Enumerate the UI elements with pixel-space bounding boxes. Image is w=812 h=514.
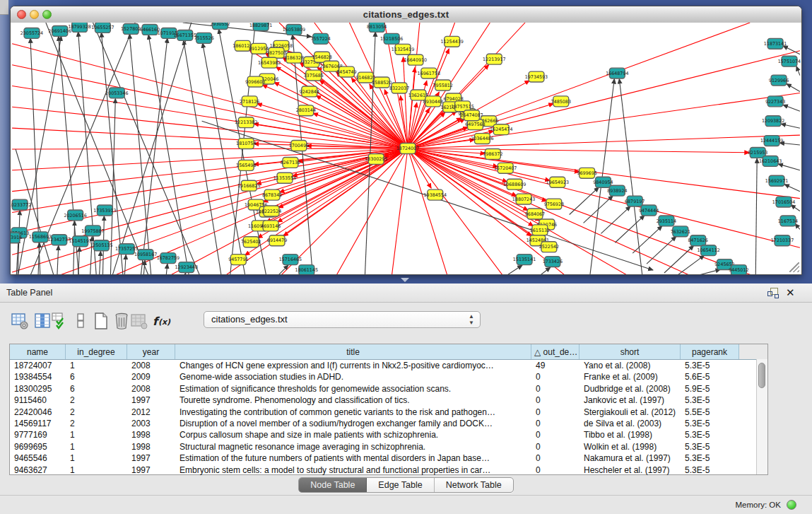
- graph-node[interactable]: 15692971: [765, 175, 788, 186]
- table-cell[interactable]: Estimation of the future numbers of pati…: [175, 452, 531, 464]
- graph-node[interactable]: 2522542: [539, 242, 559, 252]
- graph-node[interactable]: 7485083: [551, 96, 571, 107]
- graph-node[interactable]: 1167534: [778, 216, 798, 226]
- graph-node[interactable]: 12093822: [762, 116, 784, 127]
- table-cell[interactable]: 5.3E-5: [681, 429, 739, 440]
- table-cell[interactable]: Stergiakouli et al. (2012): [579, 407, 681, 418]
- graph-node[interactable]: 8678342: [262, 189, 282, 200]
- graph-node[interactable]: 15751074: [778, 56, 801, 66]
- delete-table-icon[interactable]: [130, 312, 148, 330]
- graph-node[interactable]: 18300295: [365, 153, 387, 164]
- graph-node[interactable]: 17210337: [771, 235, 794, 246]
- table-cell[interactable]: 1: [66, 441, 127, 452]
- table-cell[interactable]: Hescheler et al. (1997): [579, 465, 681, 476]
- table-cell[interactable]: Tourette syndrome. Phenomenology and cla…: [175, 395, 531, 406]
- panel-divider-grip[interactable]: [401, 278, 409, 282]
- table-cell[interactable]: Tibbo et al. (1998): [579, 429, 681, 440]
- table-columns-icon[interactable]: [33, 312, 52, 330]
- citation-network-graph[interactable]: 1872400723055724206914061879932810655257…: [11, 23, 801, 274]
- table-cell[interactable]: 14569117: [10, 418, 66, 429]
- table-cell[interactable]: 5.3E-5: [681, 395, 739, 406]
- tab-network-table[interactable]: Network Table: [435, 478, 513, 492]
- graph-node[interactable]: 7955812: [433, 80, 453, 90]
- graph-node[interactable]: 9227343: [765, 96, 785, 107]
- table-cell[interactable]: 1: [66, 429, 127, 440]
- scrollbar-thumb[interactable]: [758, 363, 765, 388]
- graph-node[interactable]: 19384554: [424, 189, 447, 200]
- table-cell[interactable]: 9463627: [10, 465, 66, 476]
- graph-node[interactable]: 7986372: [483, 148, 502, 159]
- graph-node[interactable]: 12213382: [235, 117, 257, 128]
- graph-node[interactable]: 15145191: [69, 236, 91, 247]
- table-cell[interactable]: 0: [531, 441, 579, 452]
- column-header-in_degree[interactable]: in_degree: [66, 344, 127, 359]
- graph-node[interactable]: 9699695: [577, 168, 596, 178]
- graph-node[interactable]: 11873141: [764, 38, 787, 49]
- table-cell[interactable]: 6: [66, 371, 127, 382]
- table-settings-icon[interactable]: [11, 312, 29, 330]
- resize-grip-icon[interactable]: [789, 262, 799, 272]
- table-cell[interactable]: 2: [66, 407, 127, 418]
- graph-node[interactable]: 15218506: [380, 33, 403, 44]
- table-cell[interactable]: 1: [66, 452, 127, 464]
- graph-node[interactable]: 10655257: [91, 23, 114, 33]
- table-cell[interactable]: 5.3E-5: [681, 465, 739, 476]
- table-cell[interactable]: 5.3E-5: [681, 452, 739, 464]
- graph-node[interactable]: 10958167: [134, 250, 157, 260]
- table-cell[interactable]: 22420046: [10, 407, 66, 418]
- graph-node[interactable]: 9684067: [525, 209, 545, 219]
- table-cell[interactable]: 19384554: [10, 371, 66, 382]
- graph-node[interactable]: 3375685: [304, 70, 324, 81]
- graph-node[interactable]: 8813054: [367, 23, 387, 32]
- graph-node[interactable]: 7557224: [311, 33, 331, 44]
- window-titlebar[interactable]: citations_edges.txt: [11, 6, 801, 23]
- table-cell[interactable]: Dudbridge et al. (2008): [579, 383, 681, 395]
- graph-node[interactable]: 8454749: [336, 66, 356, 77]
- graph-node[interactable]: 16210643: [759, 156, 782, 166]
- graph-node[interactable]: 9756928: [544, 199, 564, 209]
- graph-node[interactable]: 7625402: [241, 237, 261, 247]
- graph-node[interactable]: 16961758: [418, 68, 440, 78]
- table-row[interactable]: 977716911998Corpus callosum shape and si…: [10, 429, 767, 440]
- table-cell[interactable]: Jankovic et al. (1997): [579, 395, 681, 406]
- network-canvas[interactable]: 1872400723055724206914061879932810655257…: [11, 23, 801, 274]
- graph-node[interactable]: 16474087: [460, 110, 483, 121]
- graph-node[interactable]: 12923448: [175, 262, 198, 273]
- table-cell[interactable]: 9777169: [10, 429, 66, 440]
- column-header-pagerank[interactable]: pagerank: [681, 344, 739, 359]
- table-cell[interactable]: 0: [531, 383, 579, 395]
- graph-node[interactable]: 11254439: [440, 36, 463, 47]
- graph-node[interactable]: 12444159: [760, 136, 783, 146]
- table-cell[interactable]: 0: [531, 429, 579, 440]
- graph-node[interactable]: 1810754: [236, 139, 256, 149]
- graph-node[interactable]: 10233772: [11, 199, 31, 210]
- table-cell[interactable]: Embryonic stem cells: a model to study s…: [175, 465, 531, 476]
- table-cell[interactable]: 2008: [127, 360, 175, 371]
- graph-node[interactable]: 9474444: [639, 205, 659, 216]
- graph-node[interactable]: 20053346: [105, 88, 128, 98]
- graph-node[interactable]: 9096603: [245, 76, 265, 87]
- delete-trash-icon[interactable]: [112, 312, 131, 330]
- table-cell[interactable]: 1: [66, 360, 127, 371]
- graph-node[interactable]: 20364486: [471, 134, 493, 144]
- table-row[interactable]: 1872400712008Changes of HCN gene express…: [10, 360, 767, 371]
- table-cell[interactable]: 5.3E-5: [681, 418, 739, 429]
- function-fx-icon[interactable]: f (x): [151, 312, 175, 330]
- graph-node[interactable]: 9129966: [769, 75, 789, 86]
- table-cell[interactable]: Yano et al. (2008): [579, 360, 681, 371]
- table-cell[interactable]: 5.9E-5: [681, 383, 739, 395]
- table-row[interactable]: 969969511998Structural magnetic resonanc…: [10, 441, 767, 452]
- graph-node[interactable]: 2718126: [240, 96, 259, 107]
- graph-node[interactable]: 8322037: [389, 83, 409, 93]
- table-cell[interactable]: Changes of HCN gene expression and I(f) …: [175, 360, 531, 371]
- table-cell[interactable]: 0: [531, 371, 579, 382]
- graph-node[interactable]: 2803144: [296, 105, 316, 116]
- graph-node[interactable]: 18061145: [295, 265, 318, 274]
- graph-node[interactable]: 15716465: [279, 255, 302, 265]
- table-cell[interactable]: 0: [531, 407, 579, 418]
- graph-node[interactable]: 15135141: [513, 255, 536, 265]
- table-cell[interactable]: 1: [66, 465, 127, 476]
- table-cell[interactable]: 0: [531, 465, 579, 476]
- graph-node[interactable]: 7632621: [671, 226, 690, 237]
- graph-node[interactable]: 8222524: [261, 206, 281, 216]
